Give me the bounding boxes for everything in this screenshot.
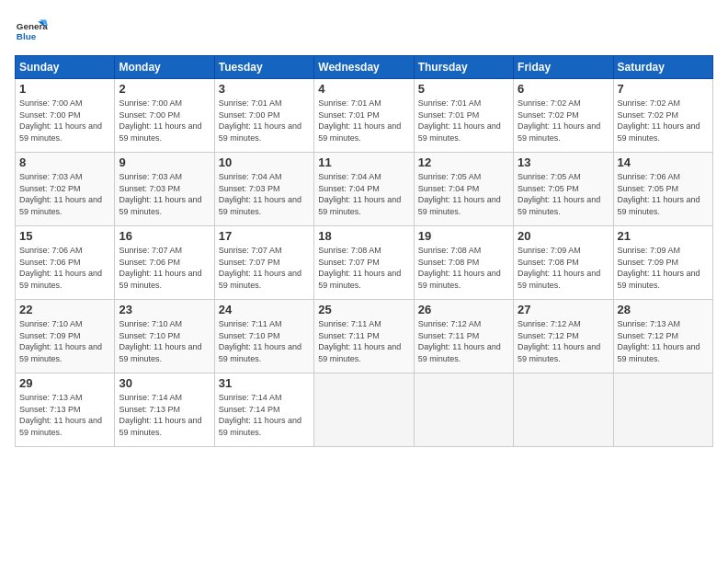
calendar-cell: 2Sunrise: 7:00 AMSunset: 7:00 PMDaylight…	[115, 79, 214, 153]
calendar-week-row: 22Sunrise: 7:10 AMSunset: 7:09 PMDayligh…	[16, 300, 713, 373]
calendar-cell: 1Sunrise: 7:00 AMSunset: 7:00 PMDaylight…	[16, 79, 115, 153]
day-info: Sunrise: 7:08 AMSunset: 7:08 PMDaylight:…	[418, 245, 509, 291]
day-number: 18	[318, 229, 409, 243]
calendar-cell: 5Sunrise: 7:01 AMSunset: 7:01 PMDaylight…	[414, 79, 513, 153]
day-info: Sunrise: 7:05 AMSunset: 7:04 PMDaylight:…	[418, 171, 509, 217]
calendar-cell: 17Sunrise: 7:07 AMSunset: 7:07 PMDayligh…	[214, 226, 313, 300]
day-info: Sunrise: 7:03 AMSunset: 7:02 PMDaylight:…	[19, 171, 110, 217]
header-monday: Monday	[115, 56, 214, 79]
calendar-week-row: 29Sunrise: 7:13 AMSunset: 7:13 PMDayligh…	[16, 373, 713, 447]
day-info: Sunrise: 7:10 AMSunset: 7:09 PMDaylight:…	[19, 318, 110, 364]
day-number: 17	[219, 229, 310, 243]
logo-icon: General Blue	[15, 15, 48, 48]
calendar-cell	[613, 373, 712, 447]
day-number: 29	[19, 376, 110, 390]
day-number: 3	[219, 82, 310, 96]
svg-text:Blue: Blue	[17, 31, 37, 41]
calendar-week-row: 1Sunrise: 7:00 AMSunset: 7:00 PMDaylight…	[16, 79, 713, 153]
calendar-cell: 15Sunrise: 7:06 AMSunset: 7:06 PMDayligh…	[16, 226, 115, 300]
day-number: 22	[19, 303, 110, 316]
day-info: Sunrise: 7:11 AMSunset: 7:11 PMDaylight:…	[318, 318, 409, 364]
day-number: 5	[418, 82, 509, 96]
day-number: 15	[19, 229, 110, 243]
day-info: Sunrise: 7:12 AMSunset: 7:12 PMDaylight:…	[518, 318, 609, 364]
header-tuesday: Tuesday	[214, 56, 313, 79]
calendar-cell: 12Sunrise: 7:05 AMSunset: 7:04 PMDayligh…	[414, 153, 513, 226]
day-number: 2	[119, 82, 210, 96]
day-info: Sunrise: 7:02 AMSunset: 7:02 PMDaylight:…	[518, 98, 609, 144]
calendar-cell: 8Sunrise: 7:03 AMSunset: 7:02 PMDaylight…	[16, 153, 115, 226]
day-info: Sunrise: 7:09 AMSunset: 7:09 PMDaylight:…	[618, 245, 709, 291]
day-number: 23	[119, 303, 210, 316]
day-number: 7	[618, 82, 709, 96]
header-saturday: Saturday	[613, 56, 712, 79]
day-info: Sunrise: 7:09 AMSunset: 7:08 PMDaylight:…	[518, 245, 609, 291]
calendar-cell: 21Sunrise: 7:09 AMSunset: 7:09 PMDayligh…	[613, 226, 712, 300]
calendar-cell: 3Sunrise: 7:01 AMSunset: 7:00 PMDaylight…	[214, 79, 313, 153]
day-number: 28	[618, 303, 709, 316]
calendar-cell	[514, 373, 613, 447]
calendar-cell: 27Sunrise: 7:12 AMSunset: 7:12 PMDayligh…	[514, 300, 613, 373]
calendar-cell: 23Sunrise: 7:10 AMSunset: 7:10 PMDayligh…	[115, 300, 214, 373]
day-number: 12	[418, 155, 509, 169]
day-info: Sunrise: 7:06 AMSunset: 7:05 PMDaylight:…	[618, 171, 709, 217]
calendar-cell: 9Sunrise: 7:03 AMSunset: 7:03 PMDaylight…	[115, 153, 214, 226]
day-info: Sunrise: 7:13 AMSunset: 7:13 PMDaylight:…	[19, 392, 110, 438]
calendar-cell: 14Sunrise: 7:06 AMSunset: 7:05 PMDayligh…	[613, 153, 712, 226]
page-header: General Blue	[15, 15, 713, 48]
calendar-cell	[414, 373, 513, 447]
calendar-cell: 22Sunrise: 7:10 AMSunset: 7:09 PMDayligh…	[16, 300, 115, 373]
calendar-cell: 20Sunrise: 7:09 AMSunset: 7:08 PMDayligh…	[514, 226, 613, 300]
day-info: Sunrise: 7:00 AMSunset: 7:00 PMDaylight:…	[119, 98, 210, 144]
day-info: Sunrise: 7:13 AMSunset: 7:12 PMDaylight:…	[618, 318, 709, 364]
day-info: Sunrise: 7:14 AMSunset: 7:13 PMDaylight:…	[119, 392, 210, 438]
day-info: Sunrise: 7:00 AMSunset: 7:00 PMDaylight:…	[19, 98, 110, 144]
day-info: Sunrise: 7:01 AMSunset: 7:00 PMDaylight:…	[219, 98, 310, 144]
day-number: 20	[518, 229, 609, 243]
calendar-cell: 6Sunrise: 7:02 AMSunset: 7:02 PMDaylight…	[514, 79, 613, 153]
calendar-week-row: 8Sunrise: 7:03 AMSunset: 7:02 PMDaylight…	[16, 153, 713, 226]
day-number: 1	[19, 82, 110, 96]
day-info: Sunrise: 7:08 AMSunset: 7:07 PMDaylight:…	[318, 245, 409, 291]
calendar-cell: 11Sunrise: 7:04 AMSunset: 7:04 PMDayligh…	[314, 153, 414, 226]
day-number: 19	[418, 229, 509, 243]
header-wednesday: Wednesday	[314, 56, 414, 79]
header-sunday: Sunday	[16, 56, 115, 79]
day-info: Sunrise: 7:11 AMSunset: 7:10 PMDaylight:…	[219, 318, 310, 364]
calendar-cell: 26Sunrise: 7:12 AMSunset: 7:11 PMDayligh…	[414, 300, 513, 373]
calendar-week-row: 15Sunrise: 7:06 AMSunset: 7:06 PMDayligh…	[16, 226, 713, 300]
day-number: 31	[219, 376, 310, 390]
calendar-cell: 24Sunrise: 7:11 AMSunset: 7:10 PMDayligh…	[214, 300, 313, 373]
day-info: Sunrise: 7:04 AMSunset: 7:03 PMDaylight:…	[219, 171, 310, 217]
day-number: 30	[119, 376, 210, 390]
day-info: Sunrise: 7:01 AMSunset: 7:01 PMDaylight:…	[318, 98, 409, 144]
calendar-cell: 4Sunrise: 7:01 AMSunset: 7:01 PMDaylight…	[314, 79, 414, 153]
day-number: 14	[618, 155, 709, 169]
day-info: Sunrise: 7:04 AMSunset: 7:04 PMDaylight:…	[318, 171, 409, 217]
header-friday: Friday	[514, 56, 613, 79]
calendar-cell: 13Sunrise: 7:05 AMSunset: 7:05 PMDayligh…	[514, 153, 613, 226]
day-info: Sunrise: 7:10 AMSunset: 7:10 PMDaylight:…	[119, 318, 210, 364]
calendar-cell: 7Sunrise: 7:02 AMSunset: 7:02 PMDaylight…	[613, 79, 712, 153]
day-info: Sunrise: 7:07 AMSunset: 7:07 PMDaylight:…	[219, 245, 310, 291]
day-number: 27	[518, 303, 609, 316]
calendar-cell: 25Sunrise: 7:11 AMSunset: 7:11 PMDayligh…	[314, 300, 414, 373]
day-info: Sunrise: 7:14 AMSunset: 7:14 PMDaylight:…	[219, 392, 310, 438]
day-info: Sunrise: 7:02 AMSunset: 7:02 PMDaylight:…	[618, 98, 709, 144]
calendar-table: SundayMondayTuesdayWednesdayThursdayFrid…	[15, 55, 713, 447]
day-number: 4	[318, 82, 409, 96]
day-info: Sunrise: 7:01 AMSunset: 7:01 PMDaylight:…	[418, 98, 509, 144]
calendar-cell: 30Sunrise: 7:14 AMSunset: 7:13 PMDayligh…	[115, 373, 214, 447]
day-number: 16	[119, 229, 210, 243]
calendar-cell: 28Sunrise: 7:13 AMSunset: 7:12 PMDayligh…	[613, 300, 712, 373]
day-number: 11	[318, 155, 409, 169]
header-thursday: Thursday	[414, 56, 513, 79]
day-number: 6	[518, 82, 609, 96]
day-number: 21	[618, 229, 709, 243]
calendar-cell: 19Sunrise: 7:08 AMSunset: 7:08 PMDayligh…	[414, 226, 513, 300]
calendar-cell: 10Sunrise: 7:04 AMSunset: 7:03 PMDayligh…	[214, 153, 313, 226]
calendar-cell: 31Sunrise: 7:14 AMSunset: 7:14 PMDayligh…	[214, 373, 313, 447]
day-number: 26	[418, 303, 509, 316]
day-number: 8	[19, 155, 110, 169]
day-number: 13	[518, 155, 609, 169]
